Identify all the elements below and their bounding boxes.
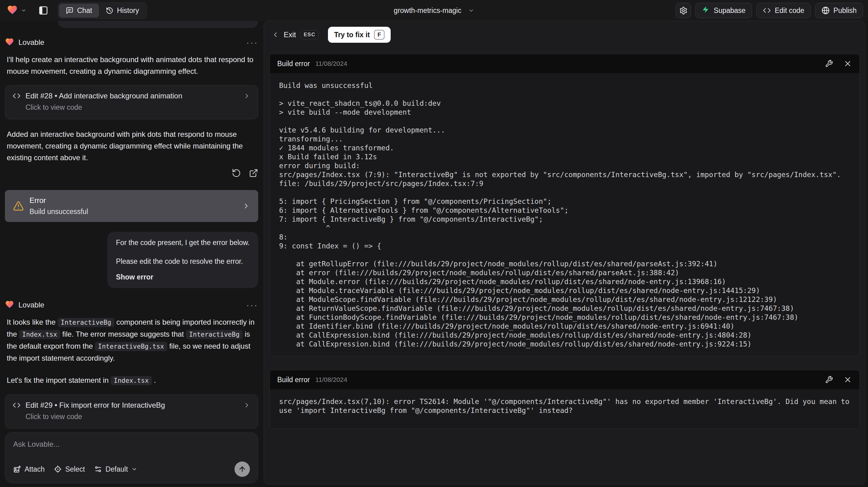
mode-dropdown[interactable]: Default <box>94 465 137 474</box>
lovable-heart-icon <box>5 37 14 48</box>
arrow-up-icon <box>238 465 246 473</box>
inline-code: Index.tsx <box>19 330 60 339</box>
more-options-button[interactable]: ··· <box>246 39 258 45</box>
panel-date: 11/08/2024 <box>315 376 347 384</box>
edit-card-subtitle: Click to view code <box>26 413 250 421</box>
build-error-panel-1: Build error 11/08/2024 Build was unsucce… <box>270 54 860 356</box>
inline-code: InteractiveBg <box>58 318 114 327</box>
tab-history-label: History <box>117 6 139 15</box>
sliders-icon <box>94 465 102 473</box>
chat-panel: maybe diagramming points and when you mo… <box>0 21 263 487</box>
fix-wrench-icon[interactable] <box>825 376 833 384</box>
message-actions <box>5 169 258 178</box>
select-element-button[interactable]: Select <box>54 465 85 474</box>
f-key-badge: F <box>374 30 384 40</box>
assistant-name: Lovable <box>19 301 44 309</box>
panel-date: 11/08/2024 <box>315 60 347 67</box>
sidebar-toggle-button[interactable] <box>36 3 51 18</box>
chat-input[interactable] <box>13 440 250 449</box>
lovable-heart-icon <box>7 4 18 17</box>
panel-title: Build error <box>277 60 310 68</box>
build-error-panel-body: src/pages/Index.tsx(7,10): error TS2614:… <box>270 389 859 429</box>
assistant-paragraph: Let's fix the import statement in Index.… <box>7 374 256 387</box>
fix-wrench-icon[interactable] <box>825 60 833 68</box>
chevron-down-icon <box>468 7 474 13</box>
build-error-panel-header: Build error 11/08/2024 <box>270 370 859 389</box>
open-in-new-icon[interactable] <box>249 169 258 178</box>
tab-chat[interactable]: Chat <box>59 4 99 18</box>
topbar: Chat History growth-metrics-magic <box>0 0 868 21</box>
esc-key-badge: ESC <box>300 30 319 39</box>
user-message-line: For the code present, I get the error be… <box>116 237 250 248</box>
chevron-left-icon <box>271 31 279 39</box>
publish-label: Publish <box>834 6 857 15</box>
show-error-link[interactable]: Show error <box>116 272 250 282</box>
settings-button[interactable] <box>676 3 691 18</box>
code-icon <box>12 401 21 409</box>
chat-composer: Attach Select Default <box>5 432 258 483</box>
assistant-paragraph: Added an interactive background with pin… <box>7 128 256 163</box>
edit-card-subtitle: Click to view code <box>26 103 250 112</box>
send-button[interactable] <box>235 461 250 477</box>
topbar-actions: Supabase Edit code Publish <box>676 3 863 18</box>
chat-bubble-icon <box>66 7 73 14</box>
close-icon[interactable] <box>843 59 852 68</box>
chevron-down-icon <box>21 8 26 13</box>
error-card-title: Error <box>30 196 88 205</box>
project-switcher[interactable]: growth-metrics-magic <box>394 6 474 15</box>
chevron-right-icon <box>242 202 250 210</box>
target-icon <box>54 465 62 473</box>
gear-icon <box>679 6 688 15</box>
chevron-right-icon <box>243 92 250 100</box>
build-error-card[interactable]: Error Build unsuccessful <box>5 190 258 222</box>
build-error-panel-body: Build was unsuccessful > vite_react_shad… <box>270 73 859 356</box>
mode-label: Default <box>105 465 128 474</box>
try-to-fix-button[interactable]: Try to fix it F <box>328 27 391 43</box>
close-icon[interactable] <box>843 375 852 384</box>
lovable-heart-icon <box>5 300 14 310</box>
build-log: Build was unsuccessful > vite_react_shad… <box>279 81 850 348</box>
code-icon <box>763 6 771 14</box>
error-overlay-header: Exit ESC Try to fix it F <box>264 21 865 47</box>
exit-button[interactable]: Exit ESC <box>271 30 319 39</box>
fix-button-label: Try to fix it <box>334 31 370 39</box>
more-options-button[interactable]: ··· <box>246 302 258 308</box>
view-tabs: Chat History <box>58 2 147 19</box>
publish-button[interactable]: Publish <box>815 3 863 18</box>
chevron-down-icon <box>131 466 137 472</box>
user-message: For the code present, I get the error be… <box>107 232 258 288</box>
inline-code: InteractiveBg.tsx <box>95 342 167 351</box>
tab-history[interactable]: History <box>99 4 146 18</box>
warning-triangle-icon <box>13 201 24 212</box>
code-icon <box>12 92 21 100</box>
edit-card-title: Edit #28 • Add interactive background an… <box>26 92 182 100</box>
build-error-panel-header: Build error 11/08/2024 <box>270 54 859 73</box>
edit-code-button[interactable]: Edit code <box>756 3 811 18</box>
supabase-bolt-icon <box>702 5 710 16</box>
image-plus-icon <box>13 465 21 473</box>
assistant-paragraph: I'll help create an interactive backgrou… <box>7 54 256 77</box>
edit-card-28[interactable]: Edit #28 • Add interactive background an… <box>5 85 258 119</box>
edit-code-label: Edit code <box>775 6 804 15</box>
lovable-logo-menu[interactable] <box>7 4 26 17</box>
build-error-panel-2: Build error 11/08/2024 src/pages/Index.t… <box>270 370 860 429</box>
attach-button[interactable]: Attach <box>13 465 44 474</box>
attach-label: Attach <box>25 465 44 474</box>
preview-pane: Exit ESC Try to fix it F Build error 11/… <box>264 21 866 485</box>
assistant-header: Lovable ··· <box>5 37 258 48</box>
error-card-subtitle: Build unsuccessful <box>30 208 88 216</box>
restore-version-icon[interactable] <box>232 169 241 178</box>
tab-chat-label: Chat <box>77 6 92 15</box>
assistant-paragraph: It looks like the InteractiveBg componen… <box>7 316 256 364</box>
user-message-line: Please edit the code to resolve the erro… <box>116 256 250 267</box>
inline-code: Index.tsx <box>111 376 152 385</box>
user-message-text: maybe diagramming points and when you mo… <box>66 21 250 23</box>
edit-card-29[interactable]: Edit #29 • Fix import error for Interact… <box>5 394 258 429</box>
build-log: src/pages/Index.tsx(7,10): error TS2614:… <box>279 397 850 415</box>
panel-left-icon <box>38 5 48 16</box>
supabase-label: Supabase <box>714 6 746 15</box>
supabase-button[interactable]: Supabase <box>695 3 752 18</box>
chevron-right-icon <box>243 401 250 409</box>
user-message: maybe diagramming points and when you mo… <box>58 21 258 28</box>
history-icon <box>106 7 114 14</box>
